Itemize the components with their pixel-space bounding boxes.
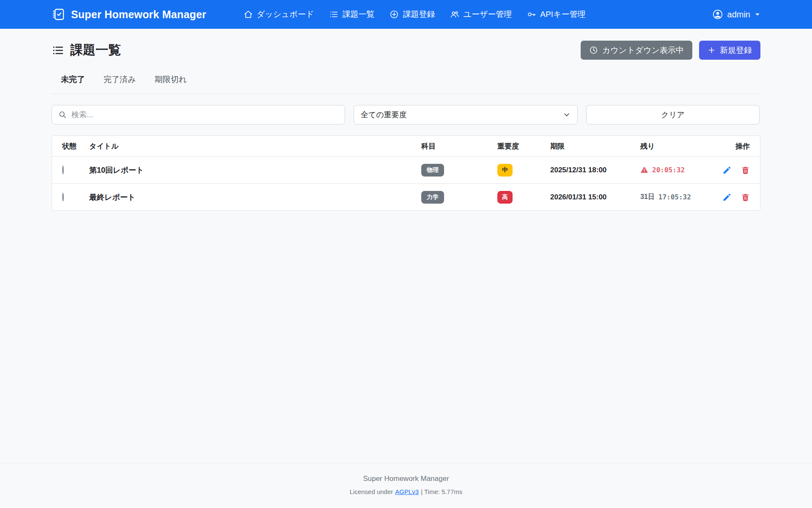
brand-title: Super Homework Manager xyxy=(71,8,206,21)
header-status: 状態 xyxy=(62,141,89,151)
status-toggle[interactable] xyxy=(62,193,64,202)
nav-dashboard[interactable]: ダッシュボード xyxy=(244,9,314,20)
nav-label: ダッシュボード xyxy=(257,9,314,20)
nav-task-create[interactable]: 課題登録 xyxy=(390,9,435,20)
nav-label: 課題一覧 xyxy=(342,9,374,20)
license-link[interactable]: AGPLv3 xyxy=(395,488,419,495)
deadline-text: 2026/01/31 15:00 xyxy=(550,193,640,202)
user-name: admin xyxy=(727,10,750,19)
header-remaining: 残り xyxy=(640,141,704,151)
header-actions: 操作 xyxy=(704,141,750,151)
new-task-button[interactable]: 新規登録 xyxy=(699,41,760,60)
filter-row: 全ての重要度 クリア xyxy=(52,105,760,124)
header-subject: 科目 xyxy=(421,141,497,151)
new-task-label: 新規登録 xyxy=(720,45,752,56)
main-content: 課題一覧 カウントダウン表示中 新規登録 未完了 xyxy=(0,29,812,463)
header-title: タイトル xyxy=(89,141,421,151)
nav-label: 課題登録 xyxy=(403,9,435,20)
table-header-row: 状態 タイトル 科目 重要度 期限 残り 操作 xyxy=(52,136,760,156)
user-menu[interactable]: admin xyxy=(712,9,760,20)
remaining-days: 31日 xyxy=(640,193,655,202)
journal-check-icon xyxy=(52,8,65,21)
delete-button[interactable] xyxy=(741,166,750,175)
brand[interactable]: Super Homework Manager xyxy=(52,8,206,21)
footer-time: | Time: 5.77ms xyxy=(421,488,462,495)
page-title: 課題一覧 xyxy=(52,41,121,59)
clock-icon xyxy=(589,46,598,55)
deadline-text: 2025/12/31 18:00 xyxy=(550,166,640,174)
table-row: 第10回レポート 物理 中 2025/12/31 18:00 20:05:32 xyxy=(52,156,760,183)
page-footer: Super Homework Manager Licensed under AG… xyxy=(0,463,812,508)
nav-user-management[interactable]: ユーザー管理 xyxy=(450,9,512,20)
trash-icon xyxy=(741,166,750,175)
nav-label: APIキー管理 xyxy=(540,9,585,20)
header-deadline: 期限 xyxy=(550,141,640,151)
list-title-icon xyxy=(52,44,64,57)
users-icon xyxy=(450,10,459,19)
task-title: 第10回レポート xyxy=(89,165,421,175)
header-actions: カウントダウン表示中 新規登録 xyxy=(581,41,760,60)
person-circle-icon xyxy=(712,9,723,20)
nav-label: ユーザー管理 xyxy=(463,9,512,20)
list-icon xyxy=(329,10,338,19)
task-title: 最終レポート xyxy=(89,192,421,202)
home-icon xyxy=(244,10,253,19)
priority-badge: 中 xyxy=(497,164,513,177)
edit-button[interactable] xyxy=(722,166,732,175)
top-navbar: Super Homework Manager ダッシュボード 課題一覧 xyxy=(0,0,812,29)
search-input[interactable] xyxy=(71,110,338,119)
clear-filters-button[interactable]: クリア xyxy=(586,105,760,124)
search-box xyxy=(52,105,345,124)
nav-api-keys[interactable]: APIキー管理 xyxy=(527,9,585,20)
status-tabs: 未完了 完了済み 期限切れ xyxy=(52,74,760,94)
footer-license-line: Licensed under AGPLv3 | Time: 5.77ms xyxy=(0,488,812,495)
main-nav: ダッシュボード 課題一覧 課題登録 xyxy=(244,9,586,20)
trash-icon xyxy=(741,193,750,202)
search-icon xyxy=(58,110,67,119)
tab-completed[interactable]: 完了済み xyxy=(104,74,136,85)
chevron-down-icon xyxy=(563,111,571,119)
countdown-toggle-button[interactable]: カウントダウン表示中 xyxy=(581,41,692,60)
license-prefix: Licensed under xyxy=(350,488,393,495)
tab-overdue[interactable]: 期限切れ xyxy=(154,74,187,85)
nav-task-list[interactable]: 課題一覧 xyxy=(329,9,374,20)
remaining-time: 17:05:32 xyxy=(658,193,691,201)
pencil-icon xyxy=(722,193,732,202)
page-header: 課題一覧 カウントダウン表示中 新規登録 xyxy=(52,41,760,60)
pencil-icon xyxy=(722,166,732,175)
remaining-time: 20:05:32 xyxy=(652,166,685,174)
warning-icon xyxy=(640,166,648,174)
priority-select[interactable]: 全ての重要度 xyxy=(354,105,578,124)
tab-incomplete[interactable]: 未完了 xyxy=(61,74,85,85)
footer-app-name: Super Homework Manager xyxy=(0,475,812,483)
subject-badge: 力学 xyxy=(421,191,444,204)
task-table: 状態 タイトル 科目 重要度 期限 残り 操作 第10回レポート 物理 中 20… xyxy=(52,135,760,211)
countdown-toggle-label: カウントダウン表示中 xyxy=(602,45,684,56)
caret-down-icon xyxy=(754,11,760,17)
edit-button[interactable] xyxy=(722,193,732,202)
page-title-text: 課題一覧 xyxy=(70,41,121,59)
key-icon xyxy=(527,10,536,19)
priority-badge: 高 xyxy=(497,191,513,204)
delete-button[interactable] xyxy=(741,193,750,202)
remaining-countdown: 31日 17:05:32 xyxy=(640,193,704,202)
table-row: 最終レポート 力学 高 2026/01/31 15:00 31日 17:05:3… xyxy=(52,183,760,210)
plus-icon xyxy=(708,46,716,54)
plus-circle-icon xyxy=(390,10,399,19)
subject-badge: 物理 xyxy=(421,164,444,177)
status-toggle[interactable] xyxy=(62,166,64,174)
remaining-countdown: 20:05:32 xyxy=(640,166,704,174)
priority-select-value: 全ての重要度 xyxy=(361,110,407,120)
header-priority: 重要度 xyxy=(497,141,550,151)
